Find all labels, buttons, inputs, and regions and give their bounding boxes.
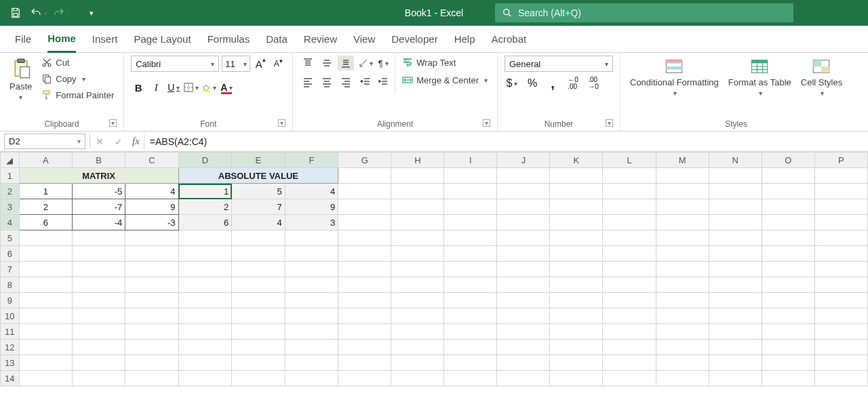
cell-K5[interactable] [550,230,603,246]
cell-P14[interactable] [814,371,867,386]
cell-G11[interactable] [338,324,391,340]
cell-O11[interactable] [762,324,814,340]
cell-C8[interactable] [125,277,178,293]
dialog-launcher-icon[interactable]: ▾ [606,119,613,127]
column-header-G[interactable]: G [338,153,391,168]
cell-A4[interactable]: 6 [19,215,72,230]
align-middle-icon[interactable] [319,56,335,70]
row-header-7[interactable]: 7 [1,262,20,277]
cell-styles-button[interactable]: Cell Styles [798,56,845,99]
cell-L11[interactable] [603,324,656,340]
cell-G12[interactable] [338,340,391,355]
cell-M12[interactable] [656,340,709,355]
cell-A7[interactable] [19,262,72,277]
cut-button[interactable]: Cut [39,56,117,69]
cell-B7[interactable] [72,262,125,277]
cell-F12[interactable] [285,340,338,355]
cell-E7[interactable] [232,262,285,277]
cell-F6[interactable] [285,246,338,262]
cell-D6[interactable] [178,246,232,262]
underline-button[interactable]: U [166,80,181,95]
spreadsheet-grid[interactable]: ◢ABCDEFGHIJKLMNOP1MATRIXABSOLUTE VALUE21… [0,152,868,386]
cell-N14[interactable] [709,371,762,386]
cell-A10[interactable] [19,308,72,324]
cell-I2[interactable] [444,184,497,199]
cell-O5[interactable] [762,230,814,246]
cell-J3[interactable] [497,199,550,215]
cell-A9[interactable] [19,293,72,308]
cell-J13[interactable] [497,355,550,371]
cell-M14[interactable] [656,371,709,386]
cell-K3[interactable] [550,199,603,215]
row-header-4[interactable]: 4 [1,215,20,230]
cell-N12[interactable] [709,340,762,355]
cell-D5[interactable] [178,230,232,246]
cell-L12[interactable] [603,340,656,355]
cell-G14[interactable] [338,371,391,386]
undo-icon[interactable] [30,4,47,22]
cell-E10[interactable] [232,308,285,324]
decrease-indent-icon[interactable] [358,75,373,89]
align-right-icon[interactable] [338,75,354,89]
cell-E4[interactable]: 4 [232,215,285,230]
cell-G9[interactable] [338,293,391,308]
cell-D2[interactable]: 1 [178,184,232,199]
percent-icon[interactable]: % [525,76,540,91]
column-header-I[interactable]: I [444,153,497,168]
cell-A5[interactable] [19,230,72,246]
cell-L1[interactable] [603,168,656,184]
cell-E8[interactable] [232,277,285,293]
cell-I11[interactable] [444,324,497,340]
cell-O6[interactable] [762,246,814,262]
column-header-L[interactable]: L [603,153,656,168]
cell-E13[interactable] [232,355,285,371]
cell-M7[interactable] [656,262,709,277]
cell-F9[interactable] [285,293,338,308]
row-header-6[interactable]: 6 [1,246,20,262]
cell-H2[interactable] [391,184,444,199]
cell-E2[interactable]: 5 [232,184,285,199]
cell-P4[interactable] [814,215,867,230]
cell-N6[interactable] [709,246,762,262]
cell-L4[interactable] [603,215,656,230]
cell-C6[interactable] [125,246,178,262]
cell-M1[interactable] [656,168,709,184]
cell-K6[interactable] [550,246,603,262]
cell-N8[interactable] [709,277,762,293]
format-as-table-button[interactable]: Format as Table [726,56,794,99]
dialog-launcher-icon[interactable]: ▾ [278,119,285,127]
cell-N9[interactable] [709,293,762,308]
cell-C2[interactable]: 4 [125,184,178,199]
cell-I1[interactable] [444,168,497,184]
cell-H11[interactable] [391,324,444,340]
cell-G3[interactable] [338,199,391,215]
select-all-corner[interactable]: ◢ [1,153,20,168]
cell-F5[interactable] [285,230,338,246]
cell-E3[interactable]: 7 [232,199,285,215]
cell-L2[interactable] [603,184,656,199]
font-size-selector[interactable]: 11▾ [222,56,250,72]
italic-button[interactable]: I [149,80,163,95]
cell-M3[interactable] [656,199,709,215]
cell-C12[interactable] [125,340,178,355]
cell-E11[interactable] [232,324,285,340]
cell-D3[interactable]: 2 [178,199,232,215]
cell-H7[interactable] [391,262,444,277]
cell-P1[interactable] [814,168,867,184]
cell-G7[interactable] [338,262,391,277]
column-header-B[interactable]: B [72,153,125,168]
cell-H5[interactable] [391,230,444,246]
wrap-text-button[interactable]: ab Wrap Text [399,56,490,69]
cell-J5[interactable] [497,230,550,246]
increase-font-icon[interactable]: A▴ [253,56,268,71]
cell-O1[interactable] [762,168,814,184]
column-header-P[interactable]: P [814,153,867,168]
cell-A6[interactable] [19,246,72,262]
cell-G6[interactable] [338,246,391,262]
cell-D8[interactable] [178,277,232,293]
cell-M4[interactable] [656,215,709,230]
row-header-13[interactable]: 13 [1,355,20,371]
cell-L3[interactable] [603,199,656,215]
cell-G5[interactable] [338,230,391,246]
cell-F3[interactable]: 9 [285,199,338,215]
